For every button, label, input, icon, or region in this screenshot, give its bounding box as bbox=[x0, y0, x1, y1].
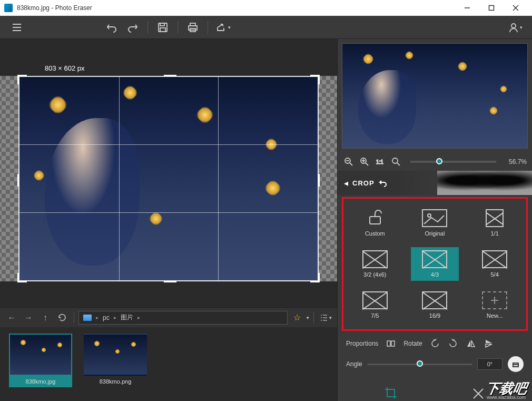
svg-marker-37 bbox=[471, 340, 475, 347]
minimize-button[interactable] bbox=[455, 0, 479, 16]
svg-line-21 bbox=[350, 163, 352, 165]
svg-text:1:1: 1:1 bbox=[376, 159, 383, 165]
flip-vertical-button[interactable] bbox=[484, 338, 494, 349]
crop-handle-tl[interactable] bbox=[17, 75, 27, 84]
svg-point-31 bbox=[428, 214, 431, 217]
flip-horizontal-button[interactable] bbox=[466, 338, 476, 349]
crop-ratio-label: 5/4 bbox=[491, 271, 499, 278]
window-title: 838kmo.jpg - Photo Eraser bbox=[17, 4, 455, 12]
favorite-button[interactable]: ☆ bbox=[290, 310, 304, 325]
rotate-label: Rotate bbox=[403, 340, 422, 347]
zoom-in-button[interactable] bbox=[359, 156, 370, 168]
crop-cancel-button[interactable] bbox=[471, 386, 486, 401]
rotate-left-button[interactable] bbox=[430, 338, 440, 349]
section-title: CROP bbox=[352, 179, 375, 187]
svg-marker-39 bbox=[486, 344, 492, 347]
thumbnail-item[interactable]: 838kmo.png bbox=[81, 334, 150, 395]
angle-slider-thumb[interactable] bbox=[417, 360, 423, 367]
nav-back-button[interactable]: ← bbox=[4, 310, 19, 325]
chevron-left-icon[interactable]: ◂ bbox=[344, 178, 348, 188]
angle-label: Angle bbox=[346, 360, 362, 368]
crop-ratio-new-[interactable]: New... bbox=[470, 288, 519, 322]
thumbnail-item[interactable]: 838kmo.jpg bbox=[6, 334, 75, 395]
crop-handle-br[interactable] bbox=[310, 273, 320, 282]
nav-up-button[interactable]: ↑ bbox=[38, 310, 53, 325]
crop-ratio-label: Custom bbox=[365, 230, 385, 237]
rotate-right-button[interactable] bbox=[448, 338, 458, 349]
svg-rect-1 bbox=[489, 6, 494, 11]
svg-point-28 bbox=[392, 158, 398, 163]
crop-ratio-7-5[interactable]: 7/5 bbox=[351, 288, 399, 322]
svg-rect-34 bbox=[387, 341, 390, 346]
crop-handle-l[interactable] bbox=[17, 174, 22, 187]
close-button[interactable] bbox=[504, 0, 528, 16]
dimension-label: 803 × 602 px bbox=[45, 64, 85, 72]
svg-point-13 bbox=[511, 24, 516, 28]
zoom-slider[interactable] bbox=[410, 161, 496, 163]
zoom-controls: 1:1 56.7% bbox=[338, 153, 532, 171]
thumbnail-label: 838kmo.jpg bbox=[9, 376, 72, 387]
zoom-out-button[interactable] bbox=[343, 156, 354, 168]
save-button[interactable] bbox=[152, 17, 173, 38]
thumbnail-strip: 838kmo.jpg 838kmo.png bbox=[0, 327, 337, 401]
svg-rect-8 bbox=[160, 23, 164, 26]
canvas-area[interactable]: 803 × 602 px bbox=[0, 39, 337, 307]
undo-icon[interactable] bbox=[379, 179, 387, 187]
path-segment-pictures[interactable]: 图片 bbox=[121, 313, 133, 322]
svg-rect-35 bbox=[391, 341, 395, 346]
preview-image[interactable] bbox=[342, 43, 528, 149]
zoom-fit-button[interactable]: 1:1 bbox=[375, 156, 386, 168]
path-box[interactable]: ▸ pc ▸ 图片 ▸ bbox=[78, 311, 288, 325]
undo-button[interactable] bbox=[101, 17, 122, 38]
zoom-slider-thumb[interactable] bbox=[436, 158, 442, 164]
crop-handle-bl[interactable] bbox=[17, 273, 27, 282]
crop-ratio-custom[interactable]: Custom bbox=[351, 206, 399, 240]
hamburger-menu-button[interactable] bbox=[6, 17, 27, 38]
svg-rect-9 bbox=[160, 28, 165, 32]
crop-ratio-original[interactable]: Original bbox=[411, 206, 459, 240]
angle-row: Angle 0° bbox=[338, 354, 532, 377]
svg-line-24 bbox=[366, 163, 368, 165]
angle-value: 0° bbox=[477, 358, 503, 370]
crop-handle-t[interactable] bbox=[164, 75, 176, 79]
crop-ratio-label: Original bbox=[425, 230, 445, 237]
view-options-button[interactable]: ▾ bbox=[318, 310, 333, 325]
maximize-button[interactable] bbox=[479, 0, 504, 16]
crop-ratio-label: 4/3 bbox=[431, 271, 439, 278]
app-icon bbox=[4, 4, 13, 12]
proportions-button[interactable] bbox=[386, 338, 396, 349]
crop-ratio-16-9[interactable]: 16/9 bbox=[411, 288, 459, 322]
svg-rect-30 bbox=[370, 217, 380, 224]
svg-line-29 bbox=[397, 163, 400, 165]
angle-slider[interactable] bbox=[368, 364, 472, 365]
print-button[interactable] bbox=[182, 17, 203, 38]
image-container[interactable] bbox=[18, 76, 319, 281]
zoom-actual-button[interactable] bbox=[390, 156, 402, 168]
banner-artwork bbox=[437, 171, 532, 195]
crop-handle-r[interactable] bbox=[316, 174, 320, 187]
crop-ratio-4-3[interactable]: 4/3 bbox=[411, 247, 459, 281]
crop-overlay[interactable] bbox=[18, 76, 319, 281]
user-menu-button[interactable]: ▾ bbox=[505, 17, 526, 38]
thumbnail-label: 838kmo.png bbox=[84, 376, 147, 387]
crop-ratio-3-2-4x6-[interactable]: 3/2 (4x6) bbox=[351, 247, 399, 281]
crop-handle-tr[interactable] bbox=[310, 75, 320, 84]
transform-row: Proportions Rotate bbox=[338, 333, 532, 354]
redo-button[interactable] bbox=[122, 17, 143, 38]
zoom-value: 56.7% bbox=[505, 158, 527, 165]
section-header: ◂ CROP bbox=[338, 171, 532, 195]
path-segment-pc[interactable]: pc bbox=[103, 314, 110, 321]
crop-handle-b[interactable] bbox=[164, 278, 176, 282]
crop-ratio-1-1[interactable]: 1/1 bbox=[470, 206, 519, 240]
proportions-label: Proportions bbox=[346, 340, 378, 347]
svg-marker-36 bbox=[467, 340, 470, 347]
breadcrumb-bar: ← → ↑ ▸ pc ▸ 图片 ▸ ☆ ▾ ▾ bbox=[0, 307, 337, 327]
nav-refresh-button[interactable] bbox=[55, 310, 70, 325]
drive-icon bbox=[83, 315, 92, 321]
nav-forward-button[interactable]: → bbox=[21, 310, 36, 325]
svg-marker-38 bbox=[486, 340, 492, 343]
crop-ratio-5-4[interactable]: 5/4 bbox=[470, 247, 519, 281]
angle-reset-button[interactable] bbox=[508, 356, 524, 372]
share-button[interactable]: ▾ bbox=[212, 17, 233, 38]
crop-apply-button[interactable] bbox=[384, 386, 399, 401]
